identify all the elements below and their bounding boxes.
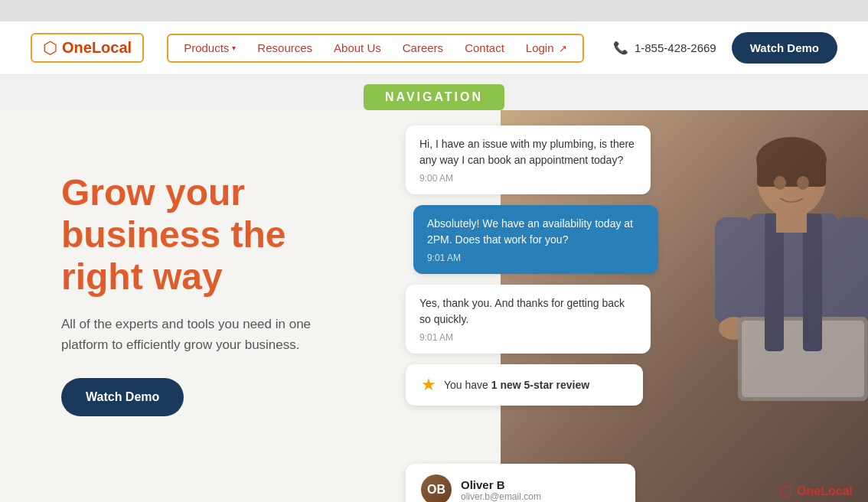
watch-demo-button-nav[interactable]: Watch Demo	[732, 32, 837, 64]
nav-badge: NAVIGATION	[364, 84, 504, 110]
svg-point-13	[797, 176, 809, 190]
watermark-icon: ⬡	[779, 482, 792, 500]
hero-right: Hi, I have an issue with my plumbing, is…	[398, 110, 868, 502]
review-notification: ★ You have 1 new 5-star review	[406, 364, 643, 406]
chevron-down-icon: ▾	[232, 44, 236, 52]
hero-left: Grow your business the right way All of …	[0, 110, 398, 502]
careers-link[interactable]: Careers	[403, 41, 443, 54]
nav-item-careers[interactable]: Careers	[403, 41, 443, 55]
chat-bubble-text-3: Yes, thank you. And thanks for getting b…	[419, 295, 637, 328]
nav-item-resources[interactable]: Resources	[257, 41, 312, 55]
watermark-text: OneLocal	[797, 484, 853, 498]
oliver-avatar: OB	[421, 474, 452, 502]
review-text: You have 1 new 5-star review	[444, 379, 589, 391]
chat-bubble-1: Hi, I have an issue with my plumbing, is…	[406, 126, 651, 194]
nav-left: ⬡ OneLocal Products ▾ Resources About Us	[31, 33, 584, 63]
chat-time-3: 9:01 AM	[419, 332, 637, 343]
svg-rect-10	[765, 214, 784, 351]
nav-item-about[interactable]: About Us	[334, 41, 381, 55]
logo[interactable]: ⬡ OneLocal	[31, 33, 144, 63]
phone-section[interactable]: 📞 1-855-428-2669	[613, 41, 716, 55]
nav-item-products[interactable]: Products ▾	[184, 41, 236, 54]
oliver-email: oliver.b@email.com	[461, 491, 541, 502]
login-icon: ↗	[559, 43, 567, 54]
chat-container: Hi, I have an issue with my plumbing, is…	[398, 126, 689, 406]
products-label: Products	[184, 41, 229, 54]
phone-number: 1-855-428-2669	[635, 41, 716, 54]
svg-rect-11	[803, 214, 822, 351]
nav-item-login[interactable]: Login ↗	[526, 41, 567, 55]
oliver-info: Oliver B oliver.b@email.com	[461, 478, 541, 502]
nav-badge-row: NAVIGATION	[0, 75, 868, 110]
login-link[interactable]: Login ↗	[526, 41, 567, 54]
about-link[interactable]: About Us	[334, 41, 381, 54]
svg-point-12	[774, 176, 786, 190]
svg-rect-14	[776, 214, 807, 233]
phone-icon: 📞	[613, 41, 628, 55]
onelocal-watermark: ⬡ OneLocal	[779, 482, 853, 500]
navbar: ⬡ OneLocal Products ▾ Resources About Us	[0, 21, 868, 75]
top-bar	[0, 0, 868, 21]
svg-rect-5	[834, 217, 868, 324]
logo-icon: ⬡	[43, 40, 57, 57]
star-icon: ★	[421, 375, 436, 395]
nav-item-contact[interactable]: Contact	[465, 41, 504, 55]
chat-bubble-2: Absolutely! We have an availability toda…	[413, 205, 658, 274]
hero-title: Grow your business the right way	[61, 171, 352, 298]
chat-bubble-text-1: Hi, I have an issue with my plumbing, is…	[419, 136, 637, 168]
chat-time-2: 9:01 AM	[427, 253, 644, 263]
resources-link[interactable]: Resources	[257, 41, 312, 54]
logo-text: OneLocal	[62, 39, 132, 57]
products-link[interactable]: Products ▾	[184, 41, 236, 54]
hero-subtitle: All of the experts and tools you need in…	[61, 314, 352, 355]
watch-demo-button-hero[interactable]: Watch Demo	[61, 378, 184, 416]
svg-rect-4	[715, 217, 753, 324]
nav-right: 📞 1-855-428-2669 Watch Demo	[613, 32, 837, 64]
svg-rect-2	[757, 156, 826, 187]
nav-links: Products ▾ Resources About Us Careers	[167, 34, 584, 63]
chat-bubble-3: Yes, thank you. And thanks for getting b…	[406, 285, 651, 354]
oliver-name: Oliver B	[461, 478, 541, 491]
chat-time-1: 9:00 AM	[419, 173, 637, 184]
oliver-card: OB Oliver B oliver.b@email.com	[406, 464, 635, 502]
chat-bubble-text-2: Absolutely! We have an availability toda…	[427, 216, 644, 248]
contact-link[interactable]: Contact	[465, 41, 504, 54]
main-content: Grow your business the right way All of …	[0, 110, 868, 502]
